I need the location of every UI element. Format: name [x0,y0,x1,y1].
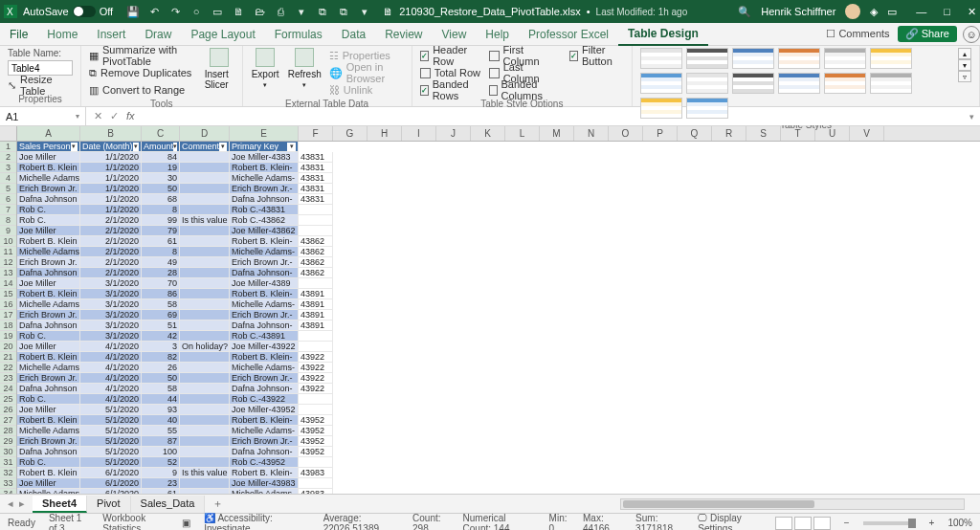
filter-button-checkbox[interactable]: Filter Button [569,48,624,63]
cell[interactable]: 69 [142,310,180,320]
record-macro-icon[interactable]: ▣ [182,518,190,528]
cell[interactable]: 58 [142,299,180,310]
cell[interactable]: 4/1/2020 [80,342,142,352]
add-sheet-button[interactable]: ＋ [205,497,231,511]
cell[interactable] [180,289,230,299]
cell[interactable]: 19 [142,163,180,173]
redo-icon[interactable]: ↷ [168,5,182,18]
cell[interactable]: Michelle Adams [17,426,80,436]
cell[interactable]: 86 [142,289,180,299]
normal-view-icon[interactable] [775,517,792,530]
autosave-toggle[interactable]: AutoSave Off [23,6,113,17]
cell[interactable] [299,342,333,352]
cell[interactable]: 1/1/2020 [80,194,142,205]
table-style-swatch[interactable] [778,73,820,94]
table-style-swatch[interactable] [686,73,728,94]
cell[interactable]: 43862 [299,236,333,247]
display-settings-button[interactable]: 🖵 Display Settings [698,513,761,531]
cell[interactable]: 6/1/2020 [80,468,142,478]
cell[interactable]: 43952 [299,426,333,436]
cell[interactable]: 43952 [299,436,333,447]
row-header[interactable]: 23 [0,373,16,384]
table-style-swatch[interactable] [732,73,774,94]
cell[interactable]: 43831 [299,152,333,163]
cell[interactable]: Michelle Adams- [230,247,299,257]
cell[interactable]: 43922 [299,384,333,394]
sheet-next-icon[interactable]: ▸ [19,497,25,510]
cell[interactable]: Rob C. [17,457,80,468]
cell[interactable]: 1/1/2020 [80,184,142,194]
cell[interactable]: 99 [142,215,180,226]
cell[interactable]: 55 [142,426,180,436]
minimize-icon[interactable]: — [916,6,926,18]
cell[interactable]: 5/1/2020 [80,405,142,415]
row-header[interactable]: 21 [0,352,16,363]
ribbon-tab-professor-excel[interactable]: Professor Excel [519,23,618,46]
cell[interactable]: 43952 [299,447,333,457]
row-header[interactable]: 14 [0,278,16,289]
cell[interactable] [180,415,230,426]
cell[interactable]: 28 [142,268,180,278]
ribbon-tab-insert[interactable]: Insert [87,23,135,46]
cell[interactable]: 8 [142,247,180,257]
cell[interactable]: Rob C. [17,215,80,226]
print-icon[interactable]: ⎙ [274,5,287,18]
table-style-swatch[interactable] [640,73,682,94]
cell[interactable] [180,184,230,194]
row-header[interactable]: 25 [0,394,16,405]
cell[interactable]: 1/1/2020 [80,152,142,163]
table-style-swatch[interactable] [824,48,866,69]
ribbon-tab-file[interactable]: File [0,23,37,46]
cell[interactable]: Joe Miller-43952 [230,405,299,415]
row-header[interactable]: 13 [0,268,16,278]
zoom-slider[interactable] [863,521,916,525]
cells-container[interactable]: Sales Person▾Date (Month)▾Amount▾Comment… [17,142,980,494]
cell[interactable]: 4/1/2020 [80,394,142,405]
table-style-swatch[interactable] [686,48,728,69]
cell[interactable]: Robert B. Klein- [230,163,299,173]
row-header[interactable]: 11 [0,247,16,257]
cell[interactable]: Rob C.-43831 [230,205,299,215]
column-header[interactable]: M [540,126,574,141]
cell[interactable]: 4/1/2020 [80,352,142,363]
cell[interactable]: 43891 [299,320,333,331]
gallery-down-icon[interactable]: ▾ [958,59,971,71]
cell[interactable]: Joe Miller [17,152,80,163]
cell[interactable]: 43831 [299,194,333,205]
spreadsheet-grid[interactable]: 1234567891011121314151617181920212223242… [0,142,980,494]
cell[interactable]: 2/1/2020 [80,226,142,236]
filter-dropdown-icon[interactable]: ▾ [71,143,78,151]
column-header[interactable]: Q [678,126,712,141]
row-header[interactable]: 15 [0,289,16,299]
row-header[interactable]: 18 [0,320,16,331]
column-header[interactable]: F [299,126,333,141]
cell[interactable]: 5/1/2020 [80,447,142,457]
cell[interactable] [299,394,333,405]
qat-icon[interactable]: ○ [189,5,203,18]
user-avatar-icon[interactable] [845,4,860,19]
accessibility-button[interactable]: ♿ Accessibility: Investigate [204,513,296,531]
cell[interactable]: Robert B. Klein [17,352,80,363]
ribbon-tab-view[interactable]: View [433,23,477,46]
cell[interactable] [180,226,230,236]
cell[interactable]: Rob C.-43922 [230,394,299,405]
cell[interactable]: Michelle Adams- [230,363,299,373]
sheet-tab[interactable]: Pivot [87,496,130,513]
cell[interactable]: 93 [142,405,180,415]
qat-dropdown-icon[interactable]: ▾ [358,5,371,18]
cell[interactable]: 43891 [299,289,333,299]
cell[interactable] [180,194,230,205]
cell[interactable] [299,405,333,415]
last-modified[interactable]: Last Modified: 1h ago [596,7,688,17]
column-header[interactable]: A [17,126,80,141]
cell[interactable]: 79 [142,226,180,236]
row-header[interactable]: 33 [0,478,16,489]
filter-dropdown-icon[interactable]: ▾ [287,143,296,151]
cell[interactable] [180,205,230,215]
table-column-header[interactable]: Date (Month)▾ [80,142,142,152]
cell[interactable]: 58 [142,384,180,394]
row-header[interactable]: 24 [0,384,16,394]
open-file-icon[interactable]: 🗁 [253,5,266,18]
cell[interactable]: Dafna Johnson [17,447,80,457]
row-header[interactable]: 31 [0,457,16,468]
